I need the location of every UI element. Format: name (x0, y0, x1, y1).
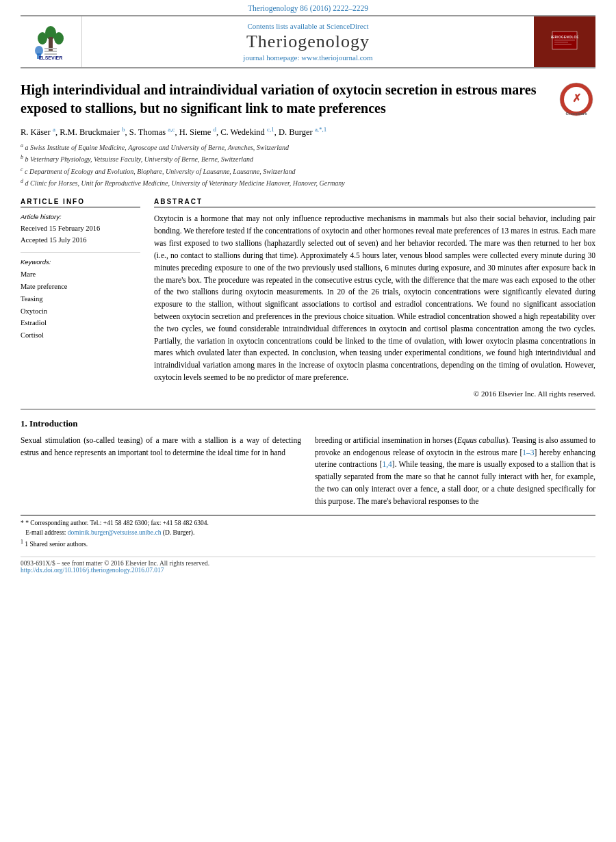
journal-header-center: Contents lists available at ScienceDirec… (82, 16, 534, 67)
article-history-label: Article history: (21, 213, 140, 220)
svg-rect-13 (554, 40, 575, 40)
article-info-column: ARTICLE INFO Article history: Received 1… (21, 198, 140, 397)
article-info-abstract: ARTICLE INFO Article history: Received 1… (21, 198, 595, 397)
journal-link[interactable]: Theriogenology 86 (2016) 2222–2229 (248, 4, 368, 12)
footnote-shared: 1 1 Shared senior authors. (21, 538, 595, 550)
title-text: High interindividual and intraindividual… (21, 82, 536, 116)
sciencedirect-line: Contents lists available at ScienceDirec… (89, 22, 527, 30)
svg-text:ELSEVIER: ELSEVIER (39, 55, 63, 60)
svg-rect-7 (44, 48, 57, 49)
copyright-line: © 2016 Elsevier Inc. All rights reserved… (154, 390, 595, 398)
keywords-label: Keywords: (21, 258, 140, 266)
intro-right-text: breeding or artificial insemination in h… (315, 435, 595, 508)
abstract-column: ABSTRACT Oxytocin is a hormone that may … (154, 198, 595, 397)
article-title-section: High interindividual and intraindividual… (21, 81, 595, 188)
svg-point-2 (38, 32, 47, 44)
info-divider (21, 252, 140, 253)
crossmark-icon: ✗ CrossMark (558, 81, 595, 118)
affiliation-c: c c Department of Ecology and Evolution,… (21, 166, 595, 177)
elsevier-logo-icon: ELSEVIER (25, 23, 77, 61)
abstract-label: ABSTRACT (154, 198, 595, 207)
affiliations: a a Swiss Institute of Equine Medicine, … (21, 142, 595, 188)
journal-header: ELSEVIER Contents lists available at Sci… (21, 15, 595, 68)
journal-badge-area: THERIOGENOLOGY (534, 16, 595, 67)
introduction-body: Sexual stimulation (so-called teasing) o… (21, 435, 595, 508)
received-date: Received 15 February 2016 (21, 223, 140, 235)
keyword-mate-preference: Mate preference (21, 281, 140, 293)
journal-citation: Theriogenology 86 (2016) 2222–2229 (0, 0, 616, 15)
svg-text:✗: ✗ (572, 92, 581, 104)
introduction-title: 1. Introduction (21, 418, 595, 429)
journal-homepage: journal homepage: www.theriojournal.com (89, 53, 527, 62)
keyword-cortisol: Cortisol (21, 329, 140, 342)
intro-left-column: Sexual stimulation (so-called teasing) o… (21, 435, 301, 508)
bottom-bar: 0093-691X/$ – see front matter © 2016 El… (21, 557, 595, 574)
keyword-oxytocin: Oxytocin (21, 305, 140, 318)
keyword-estradiol: Estradiol (21, 317, 140, 329)
contents-label: Contents lists available at (247, 22, 324, 30)
svg-rect-15 (554, 44, 572, 44)
section-title: Introduction (29, 418, 78, 429)
authors-line: R. Käser a, R.M. Bruckmaier b, S. Thomas… (21, 126, 595, 138)
footnote-email: E-mail address: dominik.burger@vetsuisse… (21, 528, 595, 538)
svg-point-3 (54, 32, 64, 44)
doi-line: http://dx.doi.org/10.1016/j.theriogenolo… (21, 567, 595, 574)
keyword-teasing: Teasing (21, 293, 140, 305)
svg-rect-14 (554, 42, 568, 42)
section-number: 1. (21, 418, 27, 429)
homepage-label: journal homepage: (243, 53, 299, 62)
svg-rect-8 (44, 51, 57, 52)
journal-title: Theriogenology (89, 31, 527, 52)
homepage-url: www.theriojournal.com (301, 53, 372, 62)
article-info-label: ARTICLE INFO (21, 198, 140, 207)
footnote-corresponding: * * Corresponding author. Tel.: +41 58 4… (21, 518, 595, 528)
svg-rect-9 (44, 53, 57, 55)
abstract-paragraph: Oxytocin is a hormone that may not only … (154, 213, 595, 383)
affiliation-a: a a Swiss Institute of Equine Medicine, … (21, 142, 595, 153)
intro-left-text: Sexual stimulation (so-called teasing) o… (21, 435, 301, 459)
abstract-text: Oxytocin is a hormone that may not only … (154, 213, 595, 383)
elsevier-logo-area: ELSEVIER (21, 16, 82, 67)
affiliation-d: d d Clinic for Horses, Unit for Reproduc… (21, 177, 595, 188)
accepted-date: Accepted 15 July 2016 (21, 235, 140, 246)
journal-badge-icon: THERIOGENOLOGY (551, 30, 578, 51)
affiliation-b: b b Veterinary Physiology, Vetsuisse Fac… (21, 153, 595, 164)
footnote-section: * * Corresponding author. Tel.: +41 58 4… (21, 515, 595, 550)
introduction-section-header: 1. Introduction (21, 409, 595, 429)
keyword-mare: Mare (21, 268, 140, 281)
intro-right-column: breeding or artificial insemination in h… (315, 435, 595, 508)
article-title: High interindividual and intraindividual… (21, 81, 595, 118)
issn-line: 0093-691X/$ – see front matter © 2016 El… (21, 560, 595, 567)
journal-badge: THERIOGENOLOGY (548, 27, 581, 56)
svg-text:CrossMark: CrossMark (565, 112, 587, 116)
sciencedirect-name: ScienceDirect (326, 22, 369, 30)
svg-text:THERIOGENOLOGY: THERIOGENOLOGY (551, 36, 578, 39)
